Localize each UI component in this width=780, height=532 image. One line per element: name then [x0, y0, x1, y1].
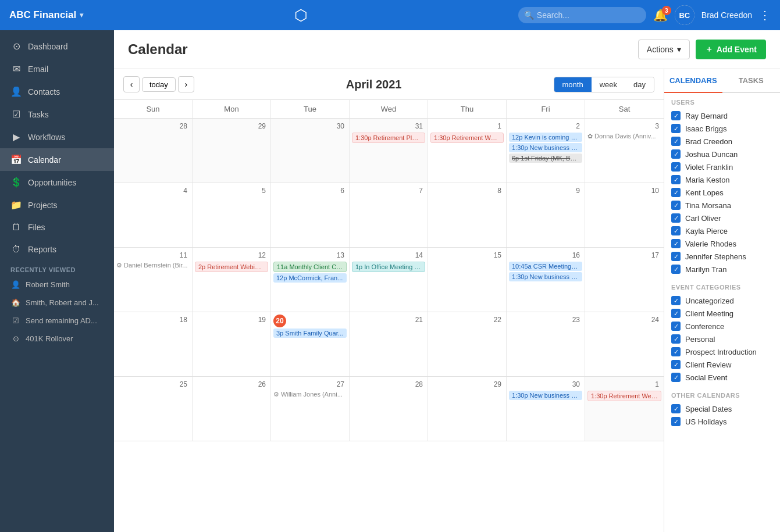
search-input[interactable]: [518, 7, 646, 23]
cal-cell[interactable]: 1 1:30p Retirement Wet...: [585, 377, 664, 441]
sidebar-item-dashboard[interactable]: ⊙ Dashboard: [0, 35, 114, 58]
cal-cell[interactable]: 30 1:30p New business p...: [507, 377, 585, 441]
event-chip[interactable]: 1:30p New business p...: [509, 391, 582, 400]
cal-cell[interactable]: 21: [350, 312, 428, 376]
recent-item-robert-smith[interactable]: 👤 Robert Smith: [0, 276, 114, 294]
cal-cell[interactable]: 28: [350, 377, 428, 441]
checkbox-jennifer[interactable]: ✓: [671, 252, 681, 261]
cal-cell[interactable]: 11 ⚙ Daniel Bernstein (Bir...: [114, 248, 193, 312]
actions-button[interactable]: Actions ▾: [638, 40, 690, 59]
cal-cell[interactable]: 19: [193, 312, 271, 376]
cal-cell[interactable]: 14 1p In Office Meeting (...: [350, 248, 428, 312]
notification-button[interactable]: 🔔 3: [653, 8, 668, 22]
cal-cell[interactable]: 28: [114, 119, 193, 183]
event-chip[interactable]: 1:30p Retirement Wet...: [587, 391, 661, 401]
event-chip[interactable]: 1:30p Retirement Wel...: [430, 133, 504, 143]
today-button[interactable]: today: [142, 77, 176, 92]
event-chip[interactable]: 6p 1st Friday (MK, BC...: [509, 153, 582, 163]
checkbox-kent[interactable]: ✓: [671, 188, 681, 197]
recent-item-send-remaining[interactable]: ☑ Send remaining AD...: [0, 312, 114, 330]
check-item-conference[interactable]: ✓Conference: [671, 320, 773, 333]
check-item-marilyn-tran[interactable]: ✓Marilyn Tran: [671, 263, 773, 276]
check-item-valerie-rhodes[interactable]: ✓Valerie Rhodes: [671, 237, 773, 250]
cal-cell[interactable]: 7: [350, 183, 428, 247]
check-item-us-holidays[interactable]: ✓US Holidays: [671, 415, 773, 428]
cal-cell[interactable]: 17: [585, 248, 664, 312]
cal-cell[interactable]: 9: [507, 183, 585, 247]
sidebar-item-email[interactable]: ✉ Email: [0, 58, 114, 80]
cal-cell[interactable]: 3 ✿ Donna Davis (Anniv...: [585, 119, 664, 183]
checkbox-marilyn[interactable]: ✓: [671, 265, 681, 274]
checkbox-ray[interactable]: ✓: [671, 111, 681, 120]
tab-tasks[interactable]: TASKS: [722, 69, 781, 93]
cal-cell[interactable]: 16 10:45a CSR Meeting S... 1:30p New bus…: [507, 248, 585, 312]
cal-cell[interactable]: 23: [507, 312, 585, 376]
checkbox-violet[interactable]: ✓: [671, 162, 681, 172]
event-chip[interactable]: 10:45a CSR Meeting S...: [509, 262, 582, 271]
checkbox-carl[interactable]: ✓: [671, 213, 681, 223]
check-item-maria-keston[interactable]: ✓Maria Keston: [671, 173, 773, 186]
check-item-special-dates[interactable]: ✓Special Dates: [671, 402, 773, 415]
event-chip[interactable]: ⚙ William Jones (Anni...: [273, 391, 347, 398]
event-chip[interactable]: ⚙ Daniel Bernstein (Bir...: [116, 262, 190, 269]
check-item-uncategorized[interactable]: ✓Uncategorized: [671, 294, 773, 307]
user-menu-button[interactable]: ⋮: [759, 8, 771, 22]
cal-cell[interactable]: 25: [114, 377, 193, 441]
sidebar-item-projects[interactable]: 📁 Projects: [0, 194, 114, 216]
check-item-tina-morsana[interactable]: ✓Tina Morsana: [671, 199, 773, 212]
event-chip[interactable]: 3p Smith Family Quar...: [273, 329, 347, 338]
check-item-isaac-briggs[interactable]: ✓Isaac Briggs: [671, 122, 773, 135]
cal-cell-today[interactable]: 20 3p Smith Family Quar...: [271, 312, 350, 376]
event-chip[interactable]: ✿ Donna Davis (Anniv...: [587, 133, 661, 140]
cal-cell[interactable]: 6: [271, 183, 350, 247]
recent-item-smith-robert[interactable]: 🏠 Smith, Robert and J...: [0, 294, 114, 312]
check-item-social-event[interactable]: ✓Social Event: [671, 371, 773, 384]
checkbox-tina[interactable]: ✓: [671, 201, 681, 210]
sidebar-item-reports[interactable]: ⏱ Reports: [0, 238, 114, 260]
cal-cell[interactable]: 10: [585, 183, 664, 247]
check-item-violet-franklin[interactable]: ✓Violet Franklin: [671, 160, 773, 173]
checkbox-maria[interactable]: ✓: [671, 175, 681, 184]
check-item-personal[interactable]: ✓Personal: [671, 333, 773, 345]
cal-cell[interactable]: 29: [193, 119, 271, 183]
month-view-button[interactable]: month: [554, 77, 592, 92]
cal-cell[interactable]: 30: [271, 119, 350, 183]
event-chip[interactable]: 1p In Office Meeting (...: [352, 262, 425, 272]
check-item-brad-creedon[interactable]: ✓Brad Creedon: [671, 135, 773, 148]
check-item-jennifer-stephens[interactable]: ✓Jennifer Stephens: [671, 250, 773, 263]
checkbox-isaac[interactable]: ✓: [671, 124, 681, 133]
check-item-joshua-duncan[interactable]: ✓Joshua Duncan: [671, 148, 773, 160]
sidebar-item-tasks[interactable]: ☑ Tasks: [0, 103, 114, 126]
next-month-button[interactable]: ›: [178, 76, 194, 92]
cal-cell[interactable]: 24: [585, 312, 664, 376]
cal-cell[interactable]: 31 1:30p Retirement Plan...: [350, 119, 428, 183]
add-event-button[interactable]: ＋ Add Event: [696, 40, 766, 59]
check-item-client-review[interactable]: ✓Client Review: [671, 358, 773, 371]
cal-cell[interactable]: 18: [114, 312, 193, 376]
check-item-client-meeting[interactable]: ✓Client Meeting: [671, 307, 773, 320]
cal-cell[interactable]: 27 ⚙ William Jones (Anni...: [271, 377, 350, 441]
sidebar-item-workflows[interactable]: ▶ Workflows: [0, 126, 114, 148]
event-chip[interactable]: 11a Monthly Client Ch...: [273, 262, 347, 272]
recent-item-401k[interactable]: ⊙ 401K Rollover: [0, 330, 114, 348]
week-view-button[interactable]: week: [592, 77, 625, 92]
check-item-kent-lopes[interactable]: ✓Kent Lopes: [671, 186, 773, 199]
event-chip[interactable]: 12p McCormick, Fran...: [273, 273, 347, 283]
event-chip[interactable]: 1:30p New business p...: [509, 272, 582, 281]
sidebar-item-contacts[interactable]: 👤 Contacts: [0, 80, 114, 103]
checkbox-valerie[interactable]: ✓: [671, 239, 681, 248]
sidebar-item-files[interactable]: 🗒 Files: [0, 216, 114, 238]
cal-cell[interactable]: 12 2p Retirement Webina...: [193, 248, 271, 312]
cal-cell[interactable]: 26: [193, 377, 271, 441]
cal-cell[interactable]: 5: [193, 183, 271, 247]
event-chip[interactable]: 2p Retirement Webina...: [195, 262, 268, 272]
tab-calendars[interactable]: CALENDARS: [664, 69, 722, 93]
cal-cell[interactable]: 15: [428, 248, 507, 312]
cal-cell[interactable]: 1 1:30p Retirement Wel...: [428, 119, 507, 183]
check-item-carl-oliver[interactable]: ✓Carl Oliver: [671, 212, 773, 224]
cal-cell[interactable]: 8: [428, 183, 507, 247]
checkbox-kayla[interactable]: ✓: [671, 226, 681, 235]
check-item-kayla-pierce[interactable]: ✓Kayla Pierce: [671, 224, 773, 237]
day-view-button[interactable]: day: [625, 77, 654, 92]
check-item-ray-bernard[interactable]: ✓Ray Bernard: [671, 109, 773, 122]
